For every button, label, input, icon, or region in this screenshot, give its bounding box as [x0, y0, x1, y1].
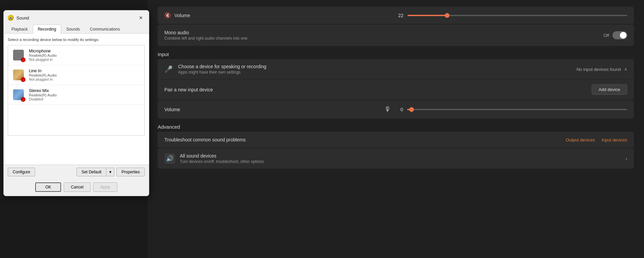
- output-volume-value: 22: [398, 13, 404, 18]
- chevron-right-icon: ›: [626, 156, 627, 161]
- tab-recording[interactable]: Recording: [33, 25, 61, 34]
- input-slider-thumb: [409, 107, 414, 112]
- input-device-label: Choose a device for speaking or recordin…: [178, 64, 577, 69]
- mic-status-badge: ↓: [21, 57, 25, 62]
- mono-audio-desc: Combine left and right audio channels in…: [164, 36, 603, 41]
- cancel-button[interactable]: Cancel: [64, 182, 90, 192]
- dialog-close-button[interactable]: ✕: [137, 14, 145, 22]
- dialog-action-buttons: OK Cancel Apply: [4, 179, 149, 196]
- ok-button[interactable]: OK: [35, 182, 61, 192]
- properties-button[interactable]: Properties: [116, 168, 145, 176]
- output-volume-slider[interactable]: [408, 15, 627, 16]
- stereomix-status-badge: ↓: [21, 97, 25, 102]
- mic-name: Microphone: [29, 49, 141, 53]
- troubleshoot-row: Troubleshoot common sound problems Outpu…: [158, 132, 634, 148]
- sound-dialog-icon: 🔊: [8, 15, 14, 21]
- sound-dialog: 🔊 Sound ✕ Playback Recording Sounds Comm…: [3, 10, 149, 196]
- microphone-icon: 🎤: [164, 65, 173, 73]
- no-devices-text: No input devices found: [577, 67, 621, 72]
- dialog-instruction: Select a recording device below to modif…: [8, 38, 145, 42]
- dialog-titlebar: 🔊 Sound ✕: [4, 10, 149, 25]
- mono-audio-label: Mono audio: [164, 30, 603, 35]
- pair-device-row: Pair a new input device Add device: [158, 80, 634, 99]
- troubleshoot-output-link[interactable]: Output devices: [566, 137, 595, 142]
- device-item-microphone[interactable]: ↓ Microphone Realtek(R) Audio Not plugge…: [8, 45, 145, 65]
- all-devices-label: All sound devices: [180, 153, 626, 159]
- troubleshoot-label: Troubleshoot common sound problems: [164, 137, 559, 142]
- linein-icon-wrap: ↓: [11, 68, 25, 82]
- mic-subtitle: Realtek(R) Audio: [29, 53, 141, 57]
- dialog-title: Sound: [16, 15, 137, 20]
- tab-sounds[interactable]: Sounds: [61, 25, 85, 34]
- mic-icon-wrap: ↓: [11, 48, 25, 62]
- mono-audio-state-label: Off: [603, 33, 609, 38]
- troubleshoot-input-link[interactable]: Input devices: [601, 137, 627, 142]
- mono-audio-info: Mono audio Combine left and right audio …: [164, 30, 603, 41]
- linein-name: Line In: [29, 69, 141, 73]
- input-volume-label: Volume: [164, 107, 384, 112]
- output-slider-thumb: [445, 13, 449, 18]
- input-slider-fill: [407, 109, 412, 110]
- output-volume-row: 🔇 Volume 22: [158, 7, 634, 24]
- input-volume-row: Volume 🎙 0: [158, 100, 634, 119]
- all-devices-desc: Turn devices on/off, troubleshoot, other…: [180, 159, 626, 164]
- stereomix-icon-wrap: ↓: [11, 88, 25, 102]
- dialog-body: Select a recording device below to modif…: [4, 34, 149, 165]
- dialog-footer-buttons: Configure Set Default ▼ Properties: [4, 165, 149, 179]
- apply-button[interactable]: Apply: [93, 182, 117, 192]
- output-slider-fill: [408, 15, 447, 16]
- input-volume-slider[interactable]: [407, 109, 627, 110]
- device-list: ↓ Microphone Realtek(R) Audio Not plugge…: [8, 45, 145, 136]
- linein-info: Line In Realtek(R) Audio Not plugged in: [29, 69, 141, 81]
- all-devices-info: All sound devices Turn devices on/off, t…: [180, 153, 626, 164]
- set-default-arrow-button[interactable]: ▼: [106, 168, 114, 176]
- dialog-tabs: Playback Recording Sounds Communications: [4, 25, 149, 34]
- set-default-wrap: Set Default ▼: [76, 168, 114, 176]
- mic-status: Not plugged in: [29, 57, 141, 61]
- mic-info: Microphone Realtek(R) Audio Not plugged …: [29, 49, 141, 61]
- stereomix-name: Stereo Mix: [29, 88, 141, 93]
- input-device-row[interactable]: 🎤 Choose a device for speaking or record…: [158, 59, 634, 79]
- tab-playback[interactable]: Playback: [6, 25, 33, 34]
- stereomix-info: Stereo Mix Realtek(R) Audio Disabled: [29, 88, 141, 101]
- all-devices-row[interactable]: 🔊 All sound devices Turn devices on/off,…: [158, 148, 634, 169]
- input-device-info: Choose a device for speaking or recordin…: [178, 64, 577, 75]
- chevron-up-icon: ∧: [624, 67, 627, 72]
- input-volume-value: 0: [400, 107, 403, 112]
- input-section-title: Input: [158, 51, 634, 57]
- input-mic-icon: 🎙: [384, 105, 391, 113]
- configure-button[interactable]: Configure: [8, 168, 35, 176]
- device-item-linein[interactable]: ↓ Line In Realtek(R) Audio Not plugged i…: [8, 65, 145, 85]
- advanced-section-title: Advanced: [158, 124, 634, 130]
- settings-panel: 🔇 Volume 22 Mono audio Combine left and …: [148, 0, 644, 258]
- pair-label: Pair a new input device: [164, 87, 213, 92]
- device-item-stereomix[interactable]: ↓ Stereo Mix Realtek(R) Audio Disabled: [8, 85, 145, 105]
- set-default-button[interactable]: Set Default: [76, 168, 106, 176]
- output-volume-label: Volume: [174, 13, 394, 18]
- mono-audio-row: Mono audio Combine left and right audio …: [158, 25, 634, 46]
- add-device-button[interactable]: Add device: [592, 84, 627, 95]
- linein-subtitle: Realtek(R) Audio: [29, 73, 141, 77]
- input-device-desc: Apps might have their own settings: [178, 70, 577, 75]
- tab-communications[interactable]: Communications: [85, 25, 125, 34]
- linein-status-badge: ↓: [21, 77, 25, 82]
- all-devices-icon: 🔊: [164, 153, 175, 164]
- stereomix-status: Disabled: [29, 97, 141, 101]
- linein-status: Not plugged in: [29, 77, 141, 81]
- mono-audio-toggle[interactable]: [612, 31, 627, 39]
- mute-icon[interactable]: 🔇: [164, 12, 171, 18]
- toggle-knob: [620, 32, 627, 39]
- stereomix-subtitle: Realtek(R) Audio: [29, 93, 141, 97]
